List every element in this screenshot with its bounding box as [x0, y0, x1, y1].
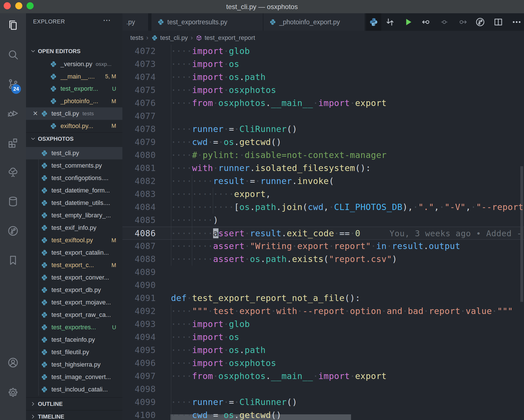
tree-item[interactable]: test_configoptions....	[26, 172, 122, 184]
code-line-4081: 4081····with·runner.isolated_filesystem(…	[122, 162, 524, 175]
activity-settings-gear-icon[interactable]	[0, 378, 26, 407]
line-content: ········assert·result.exit_code·==·0	[171, 227, 360, 240]
sidebar-section-timeline[interactable]: TIMELINE	[26, 410, 122, 420]
toolbar-step-over-icon[interactable]	[458, 17, 468, 27]
tree-item[interactable]: test_incloud_catali...	[26, 383, 122, 396]
tree-item[interactable]: test_export_conver...	[26, 271, 122, 284]
tree-item[interactable]: test_datetime_utils....	[26, 197, 122, 209]
open-editor-item[interactable]: _photoinfo_...M	[26, 95, 122, 107]
activity-gitlens-icon[interactable]	[0, 216, 26, 246]
tree-item[interactable]: test_image_convert...	[26, 371, 122, 383]
activity-bookmark-icon[interactable]	[0, 246, 26, 275]
file-name: exiftool.py...	[60, 122, 93, 130]
chevron-right-icon	[30, 413, 36, 420]
file-name: test_datetime_utils....	[51, 199, 110, 207]
tab-partial[interactable]: .py	[122, 13, 148, 31]
breadcrumb-item[interactable]: tests	[130, 34, 143, 42]
tree-item[interactable]: test_exportres...U	[26, 321, 122, 334]
activity-files-icon[interactable]	[0, 10, 26, 40]
tree-item[interactable]: test_comments.py	[26, 159, 122, 172]
python-file-icon	[157, 18, 164, 26]
tree-item[interactable]: test_datetime_form...	[26, 184, 122, 197]
tree-item[interactable]: test_faceinfo.py	[26, 334, 122, 346]
python-logo-icon[interactable]	[366, 13, 381, 31]
git-status-badge: M	[111, 98, 116, 105]
tree-item[interactable]: test_cli.py	[26, 147, 122, 159]
activity-database-icon[interactable]	[0, 187, 26, 216]
code-line-4080: 4080····#·pylint:·disable=not-context-ma…	[122, 149, 524, 162]
python-file-icon	[50, 60, 57, 68]
sidebar-section-outline[interactable]: OUTLINE	[26, 397, 122, 410]
python-file-icon	[41, 174, 48, 182]
activity-test-tree-icon[interactable]	[0, 157, 26, 187]
file-name: _version.py	[60, 60, 92, 68]
indent-guide	[171, 383, 171, 396]
open-editors-section-header[interactable]: OPEN EDITORS	[26, 45, 122, 57]
line-content: ····cwd·=·os.getcwd()	[171, 136, 282, 149]
line-content: ····import·os	[171, 58, 239, 71]
open-editor-item[interactable]: _version.pyosxp...	[26, 58, 122, 70]
code-line-4076: 4076····from·osxphotos.__main__·import·e…	[122, 97, 524, 110]
open-editor-item[interactable]: __main__....5, M	[26, 70, 122, 83]
line-number: 4072	[122, 45, 156, 58]
open-editor-item[interactable]: exiftool.py...M	[26, 120, 122, 132]
tree-item[interactable]: test_export_raw_ca...	[26, 309, 122, 321]
tree-item[interactable]: test_exiftool.pyM	[26, 234, 122, 246]
breadcrumb-item[interactable]: test_export_report	[205, 34, 255, 42]
close-icon[interactable]: ✕	[32, 110, 39, 117]
code-editor[interactable]: 4072····import·glob4073····import·os4074…	[122, 45, 524, 420]
tree-item[interactable]: test_export_mojave...	[26, 296, 122, 309]
tree-item[interactable]: test_export_catalin...	[26, 246, 122, 259]
open-editor-item[interactable]: test_exportr...U	[26, 83, 122, 95]
file-name: test_datetime_form...	[51, 187, 110, 194]
tree-item[interactable]: test_highsierra.py	[26, 358, 122, 371]
line-content: ····cwd·=·os.getcwd()	[171, 409, 282, 420]
line-number: 4089	[122, 266, 156, 279]
chevron-right-icon	[30, 401, 36, 407]
toolbar-gitlens-icon[interactable]	[475, 17, 485, 27]
tab-bar: .pytest_exportresults.py_photoinfo_expor…	[122, 13, 524, 31]
activity-run-debug-icon[interactable]	[0, 99, 26, 128]
tree-item[interactable]: test_export_c...M	[26, 259, 122, 271]
line-number: 4087	[122, 240, 156, 253]
activity-account-icon[interactable]	[0, 348, 26, 377]
line-number: 4090	[122, 279, 156, 292]
file-name: test_faceinfo.py	[51, 336, 95, 343]
tree-item[interactable]: test_fileutil.py	[26, 346, 122, 358]
line-number: 4088	[122, 253, 156, 266]
toolbar-step-back-icon[interactable]	[421, 17, 431, 27]
python-file-icon	[41, 373, 48, 381]
git-status-badge: U	[112, 86, 116, 92]
line-content: ····import·os.path	[171, 344, 266, 357]
python-file-icon	[41, 224, 48, 231]
tab-_photoinfo_export.py[interactable]: _photoinfo_export.py	[263, 13, 365, 31]
open-editor-item[interactable]: ✕test_cli.pytests	[26, 107, 122, 120]
activity-search-icon[interactable]	[0, 40, 26, 69]
code-line-4083: 4083············export,	[122, 188, 524, 201]
toolbar-circle-icon[interactable]	[439, 17, 449, 27]
file-name: test_cli.py	[51, 110, 79, 117]
code-line-4086: 4086········assert·result.exit_code·==·0…	[122, 227, 524, 240]
toolbar-split-editor-icon[interactable]	[493, 17, 503, 27]
toolbar-diff-icon[interactable]	[385, 17, 395, 27]
line-number: 4084	[122, 201, 156, 214]
activity-extensions-icon[interactable]	[0, 128, 26, 157]
activity-source-control-icon[interactable]: 24	[0, 69, 26, 99]
more-actions-icon[interactable]: ⋯	[103, 16, 111, 25]
code-line-4085: 4085········)	[122, 214, 524, 227]
tree-item[interactable]: test_empty_library_...	[26, 209, 122, 222]
breadcrumb-item[interactable]: test_cli.py	[160, 34, 188, 42]
python-file-icon	[41, 324, 48, 331]
toolbar-more-icon[interactable]	[512, 17, 522, 27]
code-line-4087: 4087········assert·"Writing·export·repor…	[122, 240, 524, 253]
line-content: ····runner·=·CliRunner()	[171, 123, 297, 136]
tree-item[interactable]: test_exif_info.py	[26, 222, 122, 234]
line-content: ····"""·test·export·with·--report·option…	[171, 305, 513, 318]
tree-item[interactable]: test_export_db.py	[26, 284, 122, 296]
python-file-icon	[41, 386, 48, 393]
project-section-header[interactable]: OSXPHOTOS	[26, 132, 122, 145]
toolbar-run-icon[interactable]	[403, 17, 413, 27]
tab-test_exportresults.py[interactable]: test_exportresults.py	[151, 13, 263, 31]
line-number: 4096	[122, 357, 156, 370]
line-number: 4081	[122, 162, 156, 175]
